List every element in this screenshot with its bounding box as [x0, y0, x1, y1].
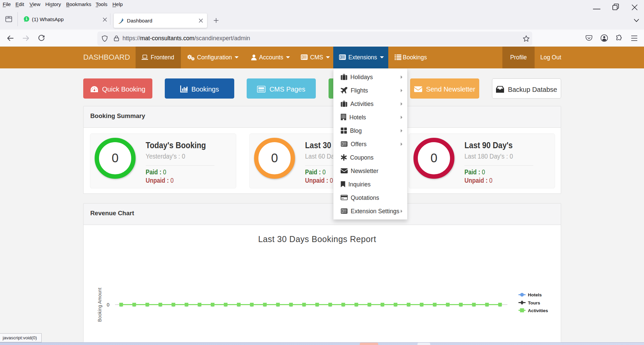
svg-text:Hotels: Hotels — [528, 292, 542, 297]
svg-text:Activities: Activities — [528, 308, 548, 313]
svg-text:1: 1 — [26, 17, 28, 21]
svg-text:Booking Amount: Booking Amount — [97, 288, 102, 322]
svg-text:0: 0 — [107, 302, 109, 307]
svg-text:Tours: Tours — [528, 300, 540, 305]
